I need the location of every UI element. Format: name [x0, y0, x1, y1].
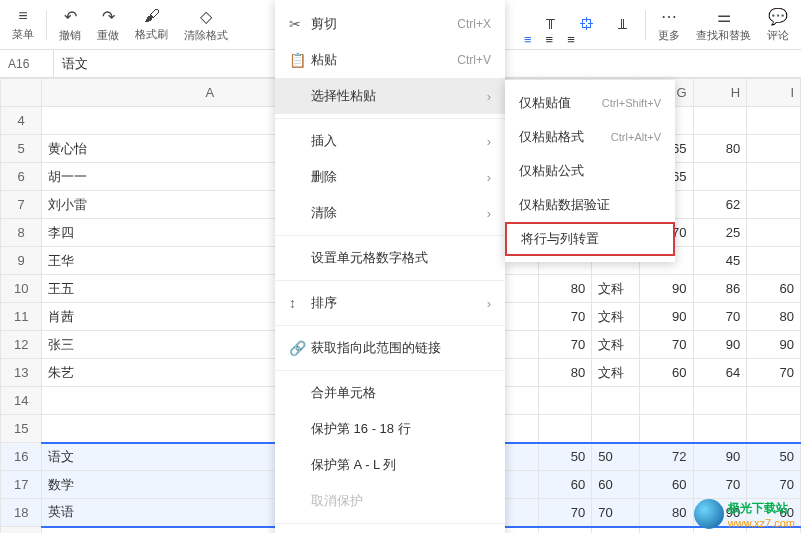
cell-G10[interactable]: 90: [639, 275, 693, 303]
row-header-14[interactable]: 14: [1, 387, 42, 415]
find-replace-button[interactable]: ⚌查找和替换: [688, 5, 759, 45]
cell-I13[interactable]: 70: [747, 359, 801, 387]
cell-G16[interactable]: 72: [639, 443, 693, 471]
cell-I16[interactable]: 50: [747, 443, 801, 471]
ctx-sort[interactable]: ↕排序›: [275, 285, 505, 321]
undo-button[interactable]: ↶撤销: [51, 5, 89, 45]
cell-G19[interactable]: [639, 527, 693, 534]
sub-paste-values[interactable]: 仅粘贴值Ctrl+Shift+V: [505, 86, 675, 120]
cell-H17[interactable]: 70: [693, 471, 747, 499]
sub-paste-format[interactable]: 仅粘贴格式Ctrl+Alt+V: [505, 120, 675, 154]
cell-F11[interactable]: 文科: [592, 303, 640, 331]
cell-I17[interactable]: 70: [747, 471, 801, 499]
cell-I6[interactable]: [747, 163, 801, 191]
sub-paste-validation[interactable]: 仅粘贴数据验证: [505, 188, 675, 222]
cell-E19[interactable]: [538, 527, 592, 534]
cell-F16[interactable]: 50: [592, 443, 640, 471]
cell-F17[interactable]: 60: [592, 471, 640, 499]
cell-H16[interactable]: 90: [693, 443, 747, 471]
row-header-7[interactable]: 7: [1, 191, 42, 219]
cell-I9[interactable]: [747, 247, 801, 275]
align-center-icon[interactable]: ≡: [546, 32, 554, 47]
cell-value[interactable]: 语文: [54, 55, 96, 73]
cell-G13[interactable]: 60: [639, 359, 693, 387]
align-right-icon[interactable]: ≡: [567, 32, 575, 47]
row-header-16[interactable]: 16: [1, 443, 42, 471]
cell-I12[interactable]: 90: [747, 331, 801, 359]
cell-F15[interactable]: [592, 415, 640, 443]
ctx-paste[interactable]: 📋粘贴Ctrl+V: [275, 42, 505, 78]
cell-E14[interactable]: [538, 387, 592, 415]
cell-F10[interactable]: 文科: [592, 275, 640, 303]
cell-E17[interactable]: 60: [538, 471, 592, 499]
cell-H5[interactable]: 80: [693, 135, 747, 163]
cell-H4[interactable]: [693, 107, 747, 135]
cell-I10[interactable]: 60: [747, 275, 801, 303]
sub-transpose[interactable]: 将行与列转置: [505, 222, 675, 256]
row-header-6[interactable]: 6: [1, 163, 42, 191]
cell-E11[interactable]: 70: [538, 303, 592, 331]
more-button[interactable]: ⋯更多: [650, 5, 688, 45]
col-header-I[interactable]: I: [747, 79, 801, 107]
row-header-10[interactable]: 10: [1, 275, 42, 303]
row-header-17[interactable]: 17: [1, 471, 42, 499]
cell-H15[interactable]: [693, 415, 747, 443]
row-header-9[interactable]: 9: [1, 247, 42, 275]
ctx-clear[interactable]: 清除›: [275, 195, 505, 231]
cell-G14[interactable]: [639, 387, 693, 415]
col-header-H[interactable]: H: [693, 79, 747, 107]
cell-H11[interactable]: 70: [693, 303, 747, 331]
menu-button[interactable]: ≡菜单: [4, 5, 42, 44]
cell-I8[interactable]: [747, 219, 801, 247]
valign-bot-button[interactable]: ⫫: [605, 13, 641, 37]
ctx-protect-cols[interactable]: 保护第 A - L 列: [275, 447, 505, 483]
cell-I11[interactable]: 80: [747, 303, 801, 331]
redo-button[interactable]: ↷重做: [89, 5, 127, 45]
cell-H12[interactable]: 90: [693, 331, 747, 359]
row-header-4[interactable]: 4: [1, 107, 42, 135]
ctx-delete[interactable]: 删除›: [275, 159, 505, 195]
row-header-19[interactable]: 19: [1, 527, 42, 534]
cell-I14[interactable]: [747, 387, 801, 415]
format-painter-button[interactable]: 🖌格式刷: [127, 5, 176, 44]
cell-E18[interactable]: 70: [538, 499, 592, 527]
cell-H9[interactable]: 45: [693, 247, 747, 275]
cell-F14[interactable]: [592, 387, 640, 415]
row-header-13[interactable]: 13: [1, 359, 42, 387]
sub-paste-formula[interactable]: 仅粘贴公式: [505, 154, 675, 188]
cell-F19[interactable]: [592, 527, 640, 534]
cell-E16[interactable]: 50: [538, 443, 592, 471]
cell-E13[interactable]: 80: [538, 359, 592, 387]
cell-H7[interactable]: 62: [693, 191, 747, 219]
cell-I4[interactable]: [747, 107, 801, 135]
row-header-18[interactable]: 18: [1, 499, 42, 527]
comment-button[interactable]: 💬评论: [759, 5, 797, 45]
cell-I15[interactable]: [747, 415, 801, 443]
ctx-merge[interactable]: 合并单元格: [275, 375, 505, 411]
cell-H13[interactable]: 64: [693, 359, 747, 387]
select-all-corner[interactable]: [1, 79, 42, 107]
cell-E12[interactable]: 70: [538, 331, 592, 359]
cell-reference[interactable]: A16: [0, 50, 54, 77]
row-header-15[interactable]: 15: [1, 415, 42, 443]
cell-G12[interactable]: 70: [639, 331, 693, 359]
cell-H8[interactable]: 25: [693, 219, 747, 247]
cell-I7[interactable]: [747, 191, 801, 219]
cell-I5[interactable]: [747, 135, 801, 163]
cell-F18[interactable]: 70: [592, 499, 640, 527]
cell-G17[interactable]: 60: [639, 471, 693, 499]
ctx-link[interactable]: 🔗获取指向此范围的链接: [275, 330, 505, 366]
cell-H10[interactable]: 86: [693, 275, 747, 303]
ctx-cut[interactable]: ✂剪切Ctrl+X: [275, 6, 505, 42]
row-header-5[interactable]: 5: [1, 135, 42, 163]
ctx-insert[interactable]: 插入›: [275, 123, 505, 159]
cell-E10[interactable]: 80: [538, 275, 592, 303]
row-header-11[interactable]: 11: [1, 303, 42, 331]
cell-H14[interactable]: [693, 387, 747, 415]
cell-F13[interactable]: 文科: [592, 359, 640, 387]
align-left-icon[interactable]: ≡: [524, 32, 532, 47]
cell-H6[interactable]: [693, 163, 747, 191]
row-header-12[interactable]: 12: [1, 331, 42, 359]
ctx-num-format[interactable]: 设置单元格数字格式: [275, 240, 505, 276]
cell-F12[interactable]: 文科: [592, 331, 640, 359]
